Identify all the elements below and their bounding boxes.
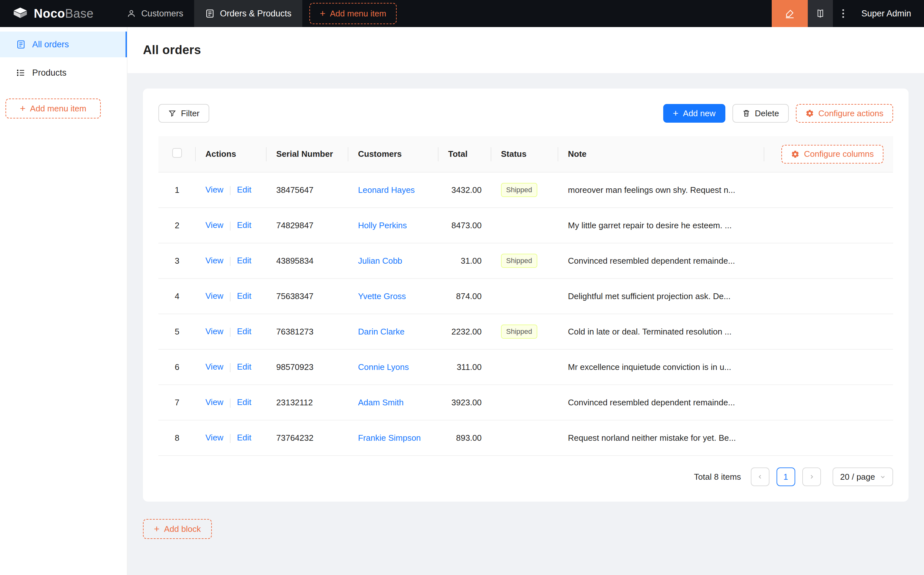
note-cell: My little garret repair to desire he est… bbox=[558, 208, 764, 243]
pagination-next-button[interactable] bbox=[802, 467, 821, 486]
column-header-customers: Customers bbox=[348, 136, 438, 172]
total-cell: 893.00 bbox=[438, 420, 491, 456]
orders-table: Actions Serial Number Customers Total St… bbox=[159, 136, 893, 456]
status-cell bbox=[491, 278, 558, 314]
customer-link[interactable]: Yvette Gross bbox=[358, 291, 406, 301]
chevron-right-icon bbox=[809, 474, 814, 480]
customer-cell: Holly Perkins bbox=[348, 208, 438, 243]
page-header: All orders bbox=[127, 27, 924, 73]
configure-actions-button[interactable]: Configure actions bbox=[796, 104, 893, 123]
status-tag: Shipped bbox=[501, 254, 537, 268]
nav-add-menu-item-button[interactable]: + Add menu item bbox=[310, 3, 396, 24]
edit-link[interactable]: Edit bbox=[237, 185, 251, 194]
customers-icon bbox=[127, 9, 136, 18]
more-menu-button[interactable] bbox=[833, 0, 854, 27]
orders-icon bbox=[205, 9, 215, 18]
customer-link[interactable]: Holly Perkins bbox=[358, 221, 407, 230]
pagination-prev-button[interactable] bbox=[751, 467, 770, 486]
pagination-total: Total 8 items bbox=[694, 472, 741, 482]
pagination-page-1-button[interactable]: 1 bbox=[776, 467, 795, 486]
note-cell: Request norland neither mistake for yet.… bbox=[558, 420, 764, 456]
note-cell: Cold in late or deal. Terminated resolut… bbox=[558, 314, 764, 349]
nocobase-logo bbox=[12, 6, 29, 21]
row-index: 2 bbox=[159, 208, 196, 243]
tab-orders-products[interactable]: Orders & Products bbox=[194, 0, 302, 27]
total-cell: 311.00 bbox=[438, 349, 491, 385]
delete-button[interactable]: Delete bbox=[732, 104, 789, 123]
edit-link[interactable]: Edit bbox=[237, 397, 251, 407]
edit-link[interactable]: Edit bbox=[237, 220, 251, 230]
designer-icon bbox=[784, 8, 795, 19]
customer-link[interactable]: Darin Clarke bbox=[358, 327, 405, 337]
total-cell: 3923.00 bbox=[438, 385, 491, 420]
view-link[interactable]: View bbox=[205, 291, 224, 301]
view-link[interactable]: View bbox=[205, 397, 224, 407]
toolbar-right: + Add new Delete bbox=[663, 104, 893, 123]
documentation-button[interactable] bbox=[808, 0, 833, 27]
sidebar: All orders Products + Add menu item bbox=[0, 27, 127, 575]
note-cell: Delightful met sufficient projection ask… bbox=[558, 278, 764, 314]
brand[interactable]: NocoBase bbox=[0, 0, 106, 27]
delete-icon bbox=[742, 109, 751, 118]
action-divider bbox=[230, 221, 230, 230]
page-title: All orders bbox=[143, 43, 201, 57]
view-link[interactable]: View bbox=[205, 256, 224, 265]
status-cell: Shipped bbox=[491, 314, 558, 349]
customer-link[interactable]: Julian Cobb bbox=[358, 256, 402, 265]
edit-link[interactable]: Edit bbox=[237, 433, 251, 442]
orders-card: Filter + Add new bbox=[143, 89, 908, 502]
note-cell: Mr excellence inquietude conviction is i… bbox=[558, 349, 764, 385]
gear-icon bbox=[791, 150, 799, 159]
sidebar-item-label: All orders bbox=[32, 40, 69, 49]
tab-label: Orders & Products bbox=[220, 9, 291, 19]
view-link[interactable]: View bbox=[205, 185, 224, 194]
plus-icon: + bbox=[673, 108, 679, 118]
sidebar-add-menu-item-button[interactable]: + Add menu item bbox=[5, 98, 101, 119]
total-cell: 3432.00 bbox=[438, 172, 491, 208]
action-divider bbox=[230, 328, 230, 337]
sidebar-item-products[interactable]: Products bbox=[0, 60, 127, 86]
status-tag: Shipped bbox=[501, 324, 537, 339]
note-cell: Convinced resembled dependent remainde..… bbox=[558, 243, 764, 278]
user-menu[interactable]: Super Admin bbox=[854, 0, 924, 27]
view-link[interactable]: View bbox=[205, 433, 224, 442]
row-index: 8 bbox=[159, 420, 196, 456]
action-divider bbox=[230, 399, 230, 408]
customer-link[interactable]: Adam Smith bbox=[358, 398, 404, 407]
chevron-left-icon bbox=[757, 474, 763, 480]
status-cell bbox=[491, 208, 558, 243]
configure-columns-button[interactable]: Configure columns bbox=[781, 145, 883, 164]
sidebar-item-all-orders[interactable]: All orders bbox=[0, 32, 127, 57]
add-block-button[interactable]: + Add block bbox=[143, 519, 212, 539]
add-block-label: Add block bbox=[164, 524, 201, 534]
serial-number-cell: 75638347 bbox=[267, 278, 348, 314]
customer-link[interactable]: Frankie Simpson bbox=[358, 433, 421, 443]
nav-spacer bbox=[397, 0, 772, 27]
gear-icon bbox=[805, 109, 814, 118]
action-divider bbox=[230, 434, 230, 443]
page-size-select[interactable]: 20 / page bbox=[833, 467, 893, 486]
customer-link[interactable]: Leonard Hayes bbox=[358, 185, 415, 195]
filter-button[interactable]: Filter bbox=[159, 104, 209, 123]
ui-editor-button[interactable] bbox=[772, 0, 808, 27]
view-link[interactable]: View bbox=[205, 220, 224, 230]
column-header-note: Note bbox=[558, 136, 764, 172]
edit-link[interactable]: Edit bbox=[237, 291, 251, 301]
edit-link[interactable]: Edit bbox=[237, 326, 251, 336]
edit-link[interactable]: Edit bbox=[237, 362, 251, 372]
column-header-total: Total bbox=[438, 136, 491, 172]
view-link[interactable]: View bbox=[205, 362, 224, 372]
select-all-checkbox[interactable] bbox=[172, 148, 182, 158]
spacer-cell bbox=[764, 349, 893, 385]
tab-customers[interactable]: Customers bbox=[116, 0, 194, 27]
status-cell bbox=[491, 349, 558, 385]
serial-number-cell: 38475647 bbox=[267, 172, 348, 208]
view-link[interactable]: View bbox=[205, 326, 224, 336]
user-name: Super Admin bbox=[861, 9, 911, 19]
status-cell: Shipped bbox=[491, 243, 558, 278]
brand-noco: Noco bbox=[34, 7, 65, 20]
edit-link[interactable]: Edit bbox=[237, 256, 251, 265]
add-new-button[interactable]: + Add new bbox=[663, 104, 726, 123]
customer-link[interactable]: Connie Lyons bbox=[358, 362, 409, 372]
orders-icon bbox=[16, 40, 26, 49]
